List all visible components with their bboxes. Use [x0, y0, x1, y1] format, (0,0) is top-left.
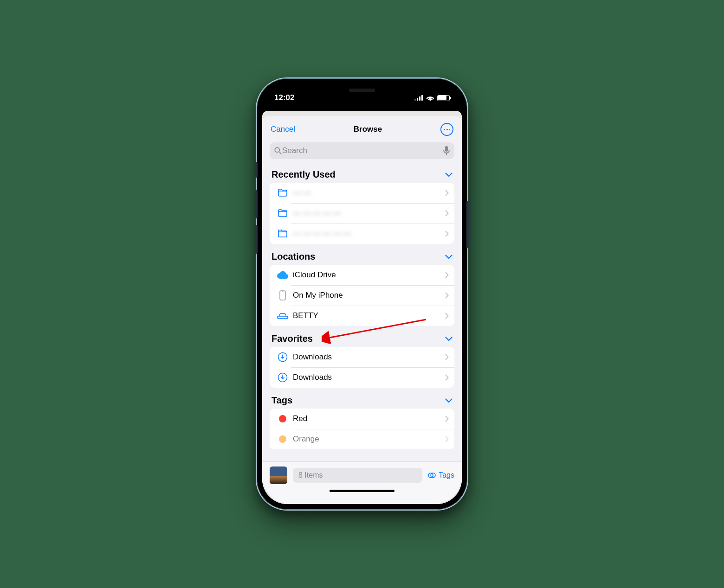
section-title: Locations	[272, 251, 315, 262]
mute-switch	[255, 162, 258, 178]
list-item-label: Orange	[293, 435, 445, 444]
tag-color-icon	[276, 435, 289, 443]
external-drive-icon	[276, 313, 289, 319]
section-title: Favorites	[272, 333, 313, 344]
content-scroll[interactable]: Recently Used — — —	[262, 162, 462, 504]
nav-title: Browse	[354, 125, 382, 134]
microphone-icon[interactable]	[443, 146, 450, 155]
tags-card: Red Orange	[270, 409, 454, 449]
section-header-recent[interactable]: Recently Used	[270, 162, 454, 183]
volume-down	[255, 225, 258, 254]
chevron-right-icon	[445, 415, 449, 422]
chevron-right-icon	[445, 436, 449, 442]
svg-rect-4	[280, 291, 285, 300]
section-header-tags[interactable]: Tags	[270, 388, 454, 409]
section-header-locations[interactable]: Locations	[270, 244, 454, 265]
list-item-label: On My iPhone	[293, 291, 445, 300]
search-bar[interactable]	[270, 142, 454, 159]
chevron-right-icon	[445, 210, 449, 217]
nav-bar: Cancel Browse	[262, 116, 462, 139]
favorite-downloads[interactable]: Downloads	[270, 367, 454, 388]
section-title: Tags	[272, 395, 292, 406]
status-icons	[414, 95, 450, 101]
list-item-label: — — — — —	[293, 209, 445, 218]
svg-rect-3	[421, 95, 423, 101]
chevron-down-icon	[445, 173, 452, 177]
chevron-right-icon	[445, 292, 449, 299]
svg-rect-0	[414, 99, 416, 101]
chevron-right-icon	[445, 190, 449, 196]
bottom-toolbar: 8 Items Tags	[262, 461, 462, 504]
notch	[323, 84, 401, 100]
chevron-down-icon	[445, 337, 452, 341]
list-item-label: iCloud Drive	[293, 270, 445, 280]
download-icon	[276, 352, 289, 362]
tag-icon	[428, 472, 436, 479]
list-item-label: Downloads	[293, 373, 445, 382]
search-icon	[274, 147, 282, 155]
tag-color-icon	[276, 415, 289, 422]
location-icloud[interactable]: iCloud Drive	[270, 265, 454, 285]
section-title: Recently Used	[272, 169, 336, 180]
list-item-label: Red	[293, 414, 445, 423]
browse-sheet: Cancel Browse Recently Used	[262, 116, 462, 504]
locations-card: iCloud Drive On My iPhone	[270, 265, 454, 326]
selection-thumbnail[interactable]	[270, 467, 287, 484]
favorite-downloads[interactable]: Downloads	[270, 347, 454, 367]
tag-red[interactable]: Red	[270, 409, 454, 429]
chevron-right-icon	[445, 272, 449, 278]
recent-item[interactable]: — — — — —	[270, 203, 454, 224]
chevron-down-icon	[445, 255, 452, 259]
battery-icon	[437, 95, 450, 101]
list-item-label: Downloads	[293, 352, 445, 362]
recent-card: — — — — — — — — — — — —	[270, 183, 454, 244]
list-item-label: — —	[293, 188, 445, 198]
selection-count[interactable]: 8 Items	[293, 468, 422, 483]
recent-item[interactable]: — — — — — —	[270, 224, 454, 244]
chevron-right-icon	[445, 374, 449, 381]
section-header-favorites[interactable]: Favorites	[270, 326, 454, 347]
count-label: 8 Items	[298, 471, 323, 479]
screen: 12:02 Cancel Browse	[262, 84, 462, 504]
svg-rect-1	[417, 98, 418, 101]
iphone-icon	[276, 290, 289, 300]
chevron-right-icon	[445, 313, 449, 319]
chevron-down-icon	[445, 398, 452, 403]
status-time: 12:02	[274, 93, 294, 102]
svg-rect-2	[419, 96, 420, 101]
tag-orange[interactable]: Orange	[270, 429, 454, 449]
cancel-button[interactable]: Cancel	[271, 125, 295, 134]
ellipsis-icon	[444, 129, 450, 130]
tags-label: Tags	[439, 471, 454, 479]
cloud-icon	[276, 271, 289, 279]
more-options-button[interactable]	[440, 123, 453, 136]
chevron-right-icon	[445, 354, 449, 360]
chevron-right-icon	[445, 230, 449, 237]
tags-button[interactable]: Tags	[428, 471, 454, 479]
location-on-my-iphone[interactable]: On My iPhone	[270, 285, 454, 306]
list-item-label: — — — — — —	[293, 229, 445, 238]
wifi-icon	[426, 95, 434, 101]
phone-frame: 12:02 Cancel Browse	[257, 78, 467, 510]
cellular-icon	[414, 95, 423, 101]
home-indicator[interactable]	[330, 490, 394, 492]
favorites-card: Downloads Downloads	[270, 347, 454, 388]
folder-icon	[276, 230, 289, 238]
download-icon	[276, 372, 289, 383]
power-button	[466, 201, 469, 248]
svg-rect-5	[282, 292, 284, 292]
list-item-label: BETTY	[293, 311, 445, 320]
folder-icon	[276, 189, 289, 197]
folder-icon	[276, 209, 289, 217]
location-external-drive[interactable]: BETTY	[270, 306, 454, 326]
volume-up	[255, 190, 258, 218]
recent-item[interactable]: — —	[270, 183, 454, 203]
search-input[interactable]	[282, 146, 443, 155]
